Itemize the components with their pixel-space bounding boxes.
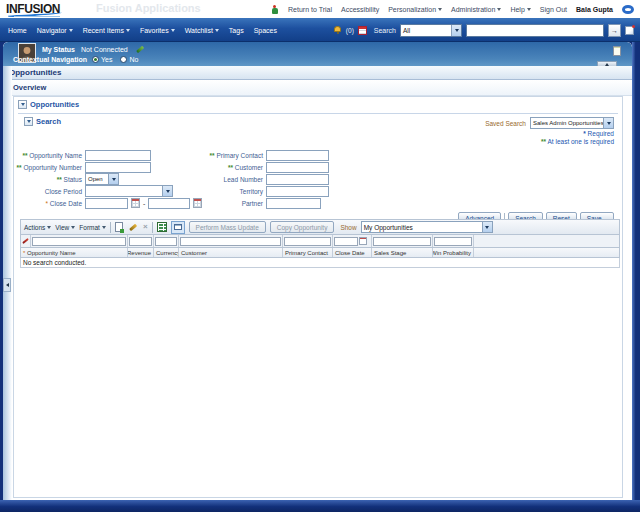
- field-close-period: Close Period: [16, 185, 173, 197]
- qbe-filter-sales-stage[interactable]: [373, 237, 431, 246]
- create-icon[interactable]: [115, 222, 123, 232]
- delete-icon[interactable]: ×: [143, 223, 148, 231]
- saved-search-label: Saved Search: [485, 120, 526, 127]
- view-menu[interactable]: View: [55, 224, 75, 231]
- at-least-star: **: [541, 138, 546, 145]
- search-go-button[interactable]: →: [608, 24, 621, 37]
- column-header-close-date[interactable]: Close Date: [333, 248, 372, 257]
- notifications-bell-icon[interactable]: [334, 26, 342, 35]
- menu-recent-items[interactable]: Recent Items: [83, 27, 130, 34]
- actions-label: Actions: [24, 224, 45, 231]
- menu-navigator[interactable]: Navigator: [37, 27, 73, 34]
- calendar-icon[interactable]: [131, 198, 140, 208]
- perform-mass-update-button[interactable]: Perform Mass Update: [189, 221, 266, 233]
- copy-opportunity-button[interactable]: Copy Opportunity: [270, 221, 335, 233]
- page-title-bar: Opportunities: [3, 66, 632, 80]
- export-to-excel-icon[interactable]: [157, 222, 167, 232]
- my-status-row: My Status Not Connected: [3, 44, 303, 54]
- administration-menu[interactable]: Administration: [451, 6, 501, 13]
- qbe-filter-win-probability[interactable]: [434, 237, 472, 246]
- select-arrow-button[interactable]: [482, 222, 492, 232]
- chevron-down-icon: [112, 178, 116, 181]
- accessibility-link[interactable]: Accessibility: [341, 6, 379, 13]
- qbe-cell: [128, 235, 154, 247]
- qbe-edit-icon: [22, 238, 29, 244]
- opportunities-section-header: Opportunities: [18, 100, 79, 109]
- customer-input[interactable]: [266, 162, 329, 173]
- column-header-primary-contact[interactable]: Primary Contact: [283, 248, 333, 257]
- status-select[interactable]: Open: [85, 173, 119, 185]
- sign-out-link[interactable]: Sign Out: [540, 6, 567, 13]
- field-status: ** Status Open: [16, 173, 119, 185]
- menu-favorites[interactable]: Favorites: [140, 27, 175, 34]
- header-links: Return to Trial Accessibility Personaliz…: [271, 0, 634, 18]
- column-header-revenue[interactable]: Revenue: [128, 248, 154, 257]
- search-scope-value: All: [401, 25, 451, 36]
- qbe-filter-primary-contact[interactable]: [284, 237, 331, 246]
- qbe-cell-icon: [21, 235, 31, 247]
- column-label: Close Date: [335, 250, 365, 256]
- qbe-cell: [283, 235, 333, 247]
- collapse-section-icon[interactable]: [18, 100, 27, 109]
- qbe-filter-revenue[interactable]: [129, 237, 152, 246]
- edit-status-pencil-icon[interactable]: [136, 45, 144, 52]
- help-menu[interactable]: Help: [510, 6, 530, 13]
- show-select[interactable]: My Opportunities: [361, 221, 493, 233]
- show-label: Show: [340, 224, 356, 231]
- column-header-sales-stage[interactable]: Sales Stage: [372, 248, 433, 257]
- select-arrow-button[interactable]: [108, 174, 118, 184]
- select-arrow-button[interactable]: [451, 25, 461, 36]
- lead-number-input[interactable]: [266, 174, 329, 185]
- column-label: Sales Stage: [374, 250, 406, 256]
- collapse-search-icon[interactable]: [24, 117, 33, 126]
- panel-note-icon[interactable]: [613, 46, 621, 56]
- chevron-down-icon: [438, 8, 442, 11]
- menu-home[interactable]: Home: [8, 27, 27, 34]
- column-header-currency[interactable]: Currency: [154, 248, 179, 257]
- close-date-from-input[interactable]: [85, 198, 128, 209]
- column-header-filler: [474, 248, 619, 257]
- menu-watchlist[interactable]: Watchlist: [185, 27, 219, 34]
- return-to-trial-link[interactable]: Return to Trial: [288, 6, 332, 13]
- edit-icon[interactable]: [129, 223, 137, 230]
- calendar-icon[interactable]: [359, 237, 367, 245]
- opportunity-name-input[interactable]: [85, 150, 151, 161]
- partner-input[interactable]: [266, 198, 321, 209]
- advanced-search-icon[interactable]: [625, 26, 634, 35]
- close-period-select[interactable]: [85, 185, 173, 197]
- global-search-input[interactable]: [466, 24, 604, 37]
- qbe-filter-opportunity-name[interactable]: [32, 237, 126, 246]
- field-label: Opportunity Number: [23, 164, 82, 171]
- splitter-handle[interactable]: [3, 278, 11, 292]
- global-header: Fusion Applications INFUSION Return to T…: [0, 0, 640, 18]
- qbe-filter-close-date[interactable]: [334, 237, 358, 246]
- calendar-alert-icon[interactable]: [358, 26, 367, 35]
- menu-tags[interactable]: Tags: [229, 27, 244, 34]
- empty-table-message: No search conducted.: [21, 259, 86, 266]
- detach-icon[interactable]: [171, 221, 185, 234]
- contextual-nav-yes-radio[interactable]: [92, 56, 99, 63]
- chevron-left-icon: [6, 283, 9, 287]
- select-arrow-button[interactable]: [603, 118, 613, 128]
- territory-input[interactable]: [266, 186, 329, 197]
- field-customer: ** Customer: [164, 161, 329, 173]
- search-scope-select[interactable]: All: [400, 24, 462, 37]
- qbe-filter-currency[interactable]: [155, 237, 177, 246]
- column-header-win-probability[interactable]: Win Probability: [433, 248, 474, 257]
- format-menu[interactable]: Format: [79, 224, 106, 231]
- overview-bar: Overview: [3, 80, 632, 96]
- radio-no-label: No: [129, 56, 138, 63]
- notification-count: (0): [346, 27, 354, 34]
- contextual-nav-no-radio[interactable]: [120, 56, 127, 63]
- qbe-filter-customer[interactable]: [180, 237, 281, 246]
- column-header-opportunity-name[interactable]: * Opportunity Name: [21, 248, 128, 257]
- opportunity-number-input[interactable]: [85, 162, 151, 173]
- administration-label: Administration: [451, 6, 495, 13]
- field-label: Opportunity Name: [29, 152, 82, 159]
- saved-search-select[interactable]: Sales Admin Opportunities: [530, 117, 614, 129]
- menu-spaces[interactable]: Spaces: [254, 27, 277, 34]
- column-header-customer[interactable]: Customer: [179, 248, 283, 257]
- personalization-menu[interactable]: Personalization: [388, 6, 442, 13]
- actions-menu[interactable]: Actions: [24, 224, 51, 231]
- primary-contact-input[interactable]: [266, 150, 329, 161]
